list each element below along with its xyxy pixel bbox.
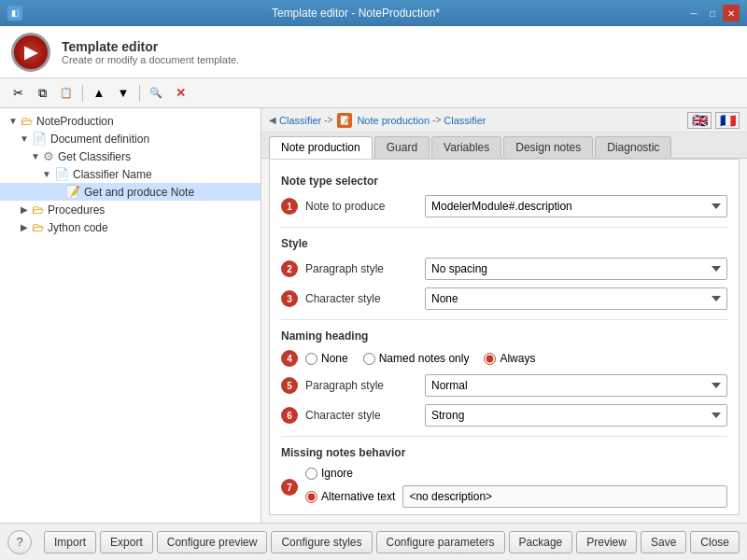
paste-button[interactable]: 📋 [56,83,77,104]
radio-always[interactable]: Always [484,352,535,365]
configure-styles-button[interactable]: Configure styles [271,531,372,553]
tree-toggle-document-definition[interactable]: ▼ [19,133,30,144]
tree-toggle-jython[interactable]: ▶ [19,222,30,232]
breadcrumb-sep-1: -> [324,115,332,125]
form-row-paragraph-style-2: 5 Paragraph style Normal No spacing Head… [281,374,727,397]
section-note-type-selector: Note type selector [281,175,727,188]
right-panel: ◀ Classifier -> 📝 Note production -> Cla… [261,108,747,523]
radio-always-input[interactable] [484,353,496,365]
tree-panel: ▼ 🗁 NoteProduction ▼ 📄 Document definiti… [0,108,261,523]
tree-item-get-classifiers[interactable]: ▼ ⚙ Get Classifiers [0,147,261,165]
toolbar-separator-1 [82,85,83,102]
tab-guard[interactable]: Guard [374,136,430,158]
folder-icon-2: 🗁 [32,203,44,217]
form-row-character-style-1: 3 Character style None Normal Strong Emp… [281,287,727,310]
select-note-to-produce[interactable]: ModelerModule#.description ModelerModule… [425,195,727,217]
tree-item-procedures[interactable]: ▶ 🗁 Procedures [0,201,261,218]
tab-note-production[interactable]: Note production [269,136,373,159]
select-character-style-1[interactable]: None Normal Strong Emphasis [425,287,727,310]
flag-fr[interactable]: 🇫🇷 [715,112,740,129]
tree-toggle-procedures[interactable]: ▶ [19,204,30,215]
form-row-paragraph-style: 2 Paragraph style No spacing Normal Head… [281,258,727,280]
radio-none-input[interactable] [305,353,317,365]
breadcrumb-flags: 🇬🇧 🇫🇷 [687,112,740,129]
tree-item-classifier-name[interactable]: ▼ 📄 Classifier Name [0,165,261,183]
label-paragraph-style-1: Paragraph style [305,262,417,275]
tab-variables[interactable]: Variables [431,136,501,158]
tree-item-get-produce-note[interactable]: ▶ 📝 Get and produce Note [0,183,261,201]
tree-label-procedures: Procedures [48,203,105,217]
radio-named-notes-only-input[interactable] [363,353,375,365]
divider-2 [281,319,727,320]
header-text: Template editor Create or modify a docum… [62,39,239,65]
alternative-text-row: Alternative text [305,485,727,508]
breadcrumb-arrow-left: ◀ [269,115,276,125]
tree-label-document-definition: Document definition [50,133,149,146]
breadcrumb-classifier-2[interactable]: Classifier [444,115,486,126]
breadcrumb-note-production[interactable]: Note production [357,115,430,126]
section-missing-notes: Missing notes behavior [281,446,727,459]
package-button[interactable]: Package [509,531,573,553]
close-window-button[interactable]: ✕ [723,5,740,21]
section-naming-heading: Naming heading [281,329,727,343]
field-num-3: 3 [281,290,298,307]
tree-toggle-classifier-name[interactable]: ▼ [41,169,52,179]
tree-item-jython-code[interactable]: ▶ 🗁 Jython code [0,218,261,236]
bottom-bar: ? Import Export Configure preview Config… [0,523,747,560]
radio-named-notes-only[interactable]: Named notes only [363,352,470,365]
breadcrumb-note-icon: 📝 [337,113,352,128]
tree-toggle-get-classifiers[interactable]: ▼ [30,151,41,161]
tree-label-get-classifiers: Get Classifiers [58,150,131,163]
configure-parameters-button[interactable]: Configure parameters [376,531,505,553]
radio-ignore-label: Ignore [321,467,353,480]
radio-ignore[interactable]: Ignore [305,467,727,480]
flag-uk[interactable]: 🇬🇧 [687,112,712,129]
doc-icon-2: 📄 [54,167,69,181]
title-bar: ◧ Template editor - NoteProduction* ─ □ … [0,0,747,26]
tree-toggle-noteproduction[interactable]: ▼ [7,116,19,126]
header-subtitle: Create or modify a document template. [62,54,239,65]
preview-button[interactable]: Preview [576,531,637,553]
import-button[interactable]: Import [44,531,96,553]
folder-icon: 🗁 [21,114,33,128]
close-button[interactable]: Close [690,531,740,553]
radio-ignore-input[interactable] [305,468,317,480]
find-button[interactable]: 🔍 [146,83,166,104]
tree-item-document-definition[interactable]: ▼ 📄 Document definition [0,130,261,147]
label-note-to-produce: Note to produce [305,200,417,213]
form-content: Note type selector 1 Note to produce Mod… [269,159,740,515]
main-area: ▼ 🗁 NoteProduction ▼ 📄 Document definiti… [0,108,747,523]
tree-label-jython-code: Jython code [48,221,108,234]
label-character-style-1: Character style [305,292,417,305]
delete-button[interactable]: ✕ [170,83,190,104]
radio-alternative-text-input[interactable] [305,491,317,503]
breadcrumb-classifier-1[interactable]: Classifier [279,115,321,126]
export-button[interactable]: Export [100,531,153,553]
select-character-style-2[interactable]: Strong None Normal Emphasis [425,404,727,427]
breadcrumb-sep-2: -> [432,115,441,125]
field-num-7: 7 [281,479,298,496]
breadcrumb-nav: ◀ Classifier -> 📝 Note production -> Cla… [269,113,486,128]
cut-button[interactable]: ✂ [7,83,28,104]
select-paragraph-style-2[interactable]: Normal No spacing Heading 1 Heading 2 [425,374,727,397]
alternative-text-input[interactable] [402,485,727,508]
minimize-button[interactable]: ─ [685,5,702,21]
select-paragraph-style-1[interactable]: No spacing Normal Heading 1 Heading 2 [425,258,727,280]
form-row-note-to-produce: 1 Note to produce ModelerModule#.descrip… [281,195,727,217]
maximize-button[interactable]: □ [704,5,721,21]
tab-design-notes[interactable]: Design notes [503,136,593,158]
move-down-button[interactable]: ▼ [113,83,134,104]
tree-item-noteproduction[interactable]: ▼ 🗁 NoteProduction [0,112,261,130]
save-button[interactable]: Save [641,531,686,553]
radio-alternative-text[interactable]: Alternative text [305,490,395,503]
bottom-right: Import Export Configure preview Configur… [44,531,740,553]
copy-button[interactable]: ⧉ [32,83,52,104]
tab-diagnostic[interactable]: Diagnostic [595,136,671,158]
help-button[interactable]: ? [7,530,32,554]
configure-preview-button[interactable]: Configure preview [157,531,268,553]
header-title: Template editor [62,39,239,54]
form-row-ignore: 7 Ignore Alternative text [281,467,727,508]
app-logo: ▶ [11,33,50,72]
move-up-button[interactable]: ▲ [89,83,109,104]
radio-none[interactable]: None [305,352,348,365]
